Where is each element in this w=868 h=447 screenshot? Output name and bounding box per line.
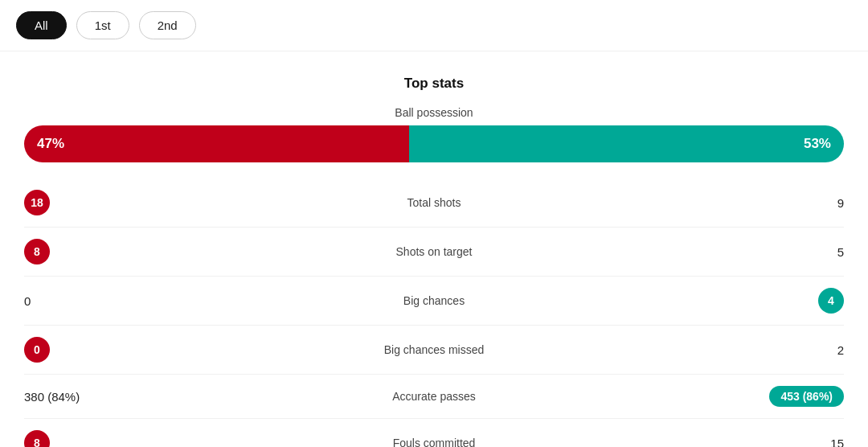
stat-row: 380 (84%) Accurate passes 453 (86%)	[24, 375, 844, 419]
all-button[interactable]: All	[16, 11, 67, 39]
section-title: Top stats	[24, 76, 844, 92]
possession-left: 47%	[24, 125, 409, 162]
stat-left: 0	[24, 337, 121, 363]
stat-label: Big chances	[121, 294, 747, 307]
stat-label: Big chances missed	[121, 343, 747, 356]
stat-right: 2	[747, 343, 844, 357]
first-half-button[interactable]: 1st	[76, 11, 129, 39]
stat-row: 8 Fouls committed 15	[24, 419, 844, 447]
stat-right: 9	[747, 196, 844, 210]
right-value: 5	[837, 245, 844, 259]
stat-right: 5	[747, 245, 844, 259]
stat-left: 8	[24, 430, 121, 447]
stat-label: Fouls committed	[121, 437, 747, 447]
right-value: 15	[830, 437, 844, 448]
possession-bar: 47% 53%	[24, 125, 844, 162]
right-value: 2	[837, 343, 844, 357]
left-badge-red: 18	[24, 190, 50, 215]
stat-label: Total shots	[121, 196, 747, 209]
second-half-button[interactable]: 2nd	[139, 11, 196, 39]
possession-right: 53%	[409, 125, 844, 162]
stat-label: Accurate passes	[121, 390, 747, 403]
right-badge-teal: 4	[818, 288, 844, 314]
left-value: 380 (84%)	[24, 390, 80, 404]
stats-rows: 18 Total shots 9 8 Shots on target 5 0 B…	[24, 178, 844, 447]
right-badge-teal-wide: 453 (86%)	[769, 386, 844, 407]
stat-left: 380 (84%)	[24, 390, 121, 404]
stat-row: 8 Shots on target 5	[24, 228, 844, 277]
stat-right: 15	[747, 437, 844, 448]
stat-row: 0 Big chances 4	[24, 277, 844, 326]
right-value: 9	[837, 196, 844, 210]
period-selector: All 1st 2nd	[0, 0, 868, 51]
stat-right: 4	[747, 288, 844, 314]
stats-content: Top stats Ball possession 47% 53% 18 Tot…	[0, 51, 868, 447]
stat-left: 8	[24, 239, 121, 265]
left-badge-red: 8	[24, 430, 50, 447]
stat-row: 18 Total shots 9	[24, 178, 844, 228]
stat-row: 0 Big chances missed 2	[24, 326, 844, 375]
stat-left: 18	[24, 190, 121, 215]
left-badge-red: 0	[24, 337, 50, 363]
possession-label: Ball possession	[24, 106, 844, 119]
stat-right: 453 (86%)	[747, 386, 844, 407]
left-badge-red: 8	[24, 239, 50, 265]
left-value: 0	[24, 294, 31, 308]
stat-left: 0	[24, 294, 121, 308]
stat-label: Shots on target	[121, 245, 747, 258]
